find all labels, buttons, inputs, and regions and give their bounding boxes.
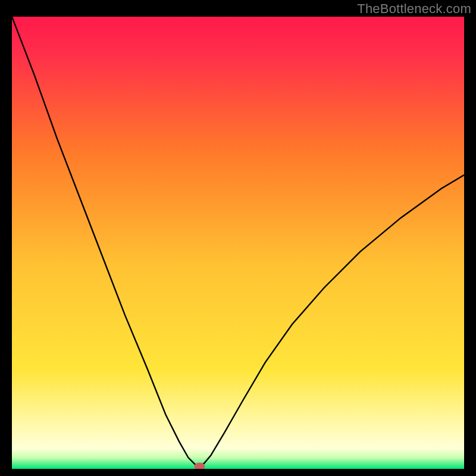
chart-frame [12, 17, 464, 469]
watermark-text: TheBottleneck.com [357, 1, 471, 17]
gradient-background [12, 17, 464, 469]
bottleneck-chart [12, 17, 464, 469]
